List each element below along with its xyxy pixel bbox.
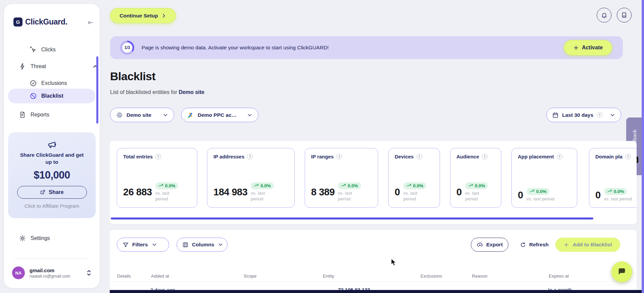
delta-badge: 0.0% [527, 188, 550, 195]
help-icon[interactable]: ? [557, 154, 562, 159]
page-vertical-scrollbar[interactable] [642, 0, 644, 293]
promo-amount: $10,000 [8, 169, 96, 181]
sidebar: G ClickGuard. ⇤ Clicks Threat Exclusions [4, 4, 100, 288]
refresh-icon [520, 242, 526, 248]
account-switcher[interactable]: NA gmail.com naatali.ro@gmail.com [12, 266, 92, 279]
logo-text: ClickGuard. [25, 17, 67, 27]
gear-icon [19, 235, 26, 242]
help-icon[interactable]: ? [625, 154, 631, 159]
stat-card-audience: Audience? 0 0.0% vs. last period [450, 148, 501, 208]
stat-card-total-entries: Total entries? 26 883 0.0% vs. last peri… [117, 148, 197, 208]
delta-badge: 0.0% [465, 182, 488, 189]
delta-badge: 0.0% [403, 182, 427, 189]
stat-value: 0 [456, 187, 462, 198]
funnel-icon [122, 242, 129, 248]
sidebar-item-settings[interactable]: Settings [19, 232, 50, 244]
bell-icon [601, 12, 608, 19]
column-header-scope[interactable]: Scope [244, 274, 256, 279]
cards-horizontal-scrollbar[interactable] [111, 217, 593, 219]
trending-up-icon [341, 183, 346, 188]
stat-value: 26 883 [123, 187, 152, 198]
notifications-button[interactable] [597, 8, 611, 22]
trending-up-icon [530, 189, 535, 194]
sidebar-item-threat[interactable]: Threat [19, 60, 95, 72]
help-icon[interactable]: ? [155, 154, 161, 159]
ppc-account-selector[interactable]: Demo PPC ac… [181, 108, 258, 122]
ban-icon [30, 92, 37, 100]
column-header-expires-at[interactable]: Expires at [549, 274, 569, 279]
trending-up-icon [406, 183, 411, 188]
chevron-down-icon [247, 112, 253, 118]
column-header-reason[interactable]: Reason [472, 274, 488, 279]
sidebar-item-exclusions[interactable]: Exclusions [30, 77, 67, 89]
sidebar-scrollbar[interactable] [96, 56, 98, 124]
workspace-name: gmail.com [30, 267, 70, 273]
column-header-added-at[interactable]: Added at [151, 274, 169, 279]
column-header-entity[interactable]: Entity [323, 274, 334, 279]
columns-icon [182, 242, 189, 248]
date-range-selector[interactable]: Last 30 days ? [546, 108, 621, 122]
stat-card-app-placement: App placement? 0 0.0% vs. last period [511, 148, 577, 208]
trending-up-icon [254, 183, 259, 188]
stat-card-ip-addresses: IP addresses? 184 983 0.0% vs. last peri… [207, 148, 295, 208]
help-icon[interactable]: ? [597, 112, 602, 118]
delta-caption: vs. last period [604, 196, 632, 202]
filters-dropdown[interactable]: Filters [117, 238, 169, 252]
clickguard-shield-icon: G [13, 17, 22, 27]
help-icon[interactable]: ? [247, 154, 253, 159]
trending-up-icon [158, 183, 163, 188]
sidebar-collapse-icon[interactable]: ⇤ [88, 19, 94, 26]
avatar: NA [12, 266, 25, 279]
affiliate-promo-card[interactable]: Share ClickGuard and get up to $10,000 S… [8, 132, 96, 218]
delta-badge: 0.0% [251, 182, 274, 189]
column-header-exclusions[interactable]: Exclusions [420, 274, 442, 279]
delta-badge: 0.0% [338, 182, 361, 189]
continue-setup-button[interactable]: Continue Setup [110, 8, 176, 23]
cursor-click-icon [30, 46, 37, 53]
help-icon[interactable]: ? [482, 154, 488, 159]
plus-icon [563, 242, 569, 248]
google-ads-icon [187, 111, 194, 119]
ppc-account-value: Demo PPC ac… [198, 112, 237, 118]
blacklist-table-panel: Filters Columns Export Refresh [110, 230, 637, 293]
banner-message: Page is showing demo data. Activate your… [142, 45, 329, 51]
sidebar-item-label: Reports [31, 112, 49, 118]
divider [110, 281, 637, 282]
refresh-button[interactable]: Refresh [520, 238, 549, 252]
lightning-icon [19, 63, 26, 70]
badge-check-icon [30, 80, 37, 87]
trending-up-icon [468, 183, 473, 188]
add-to-blacklist-button[interactable]: Add to Blacklist [555, 238, 620, 252]
activate-button[interactable]: Activate [564, 40, 612, 55]
help-icon[interactable]: ? [336, 154, 342, 159]
delta-caption: vs. last period [527, 196, 554, 202]
external-link-icon [40, 189, 46, 195]
page-subtitle: List of blacklisted entities for Demo si… [110, 89, 204, 95]
sidebar-item-clicks[interactable]: Clicks [30, 44, 56, 56]
chevron-down-icon [162, 112, 168, 118]
documentation-button[interactable] [617, 8, 632, 22]
document-icon [19, 111, 26, 118]
cloud-download-icon [477, 241, 483, 248]
share-button[interactable]: Share [17, 186, 87, 199]
chevron-down-icon [151, 242, 157, 248]
delta-caption: vs. last period [155, 190, 176, 202]
bottom-clipped-element [110, 290, 644, 293]
chat-launcher-button[interactable] [611, 261, 632, 282]
chevron-down-icon [609, 112, 615, 118]
site-selector[interactable]: Demo site [110, 108, 174, 122]
subtitle-site-name: Demo site [179, 89, 204, 95]
help-icon[interactable]: ? [416, 154, 422, 159]
logo: G ClickGuard. [13, 17, 67, 27]
stats-panel: Total entries? 26 883 0.0% vs. last peri… [110, 141, 637, 224]
chevron-up-down-icon [86, 270, 92, 276]
stat-value: 0 [595, 190, 601, 201]
sidebar-item-blacklist[interactable]: Blacklist [8, 89, 95, 103]
book-icon [621, 12, 628, 18]
columns-dropdown[interactable]: Columns [177, 238, 228, 252]
setup-progress-ring: 1/3 [120, 41, 134, 55]
stat-card-devices: Devices? 0 0.0% vs. last period [388, 148, 440, 208]
export-button[interactable]: Export [471, 238, 508, 252]
sidebar-item-reports[interactable]: Reports [19, 109, 49, 121]
column-header-details[interactable]: Details [117, 274, 131, 279]
